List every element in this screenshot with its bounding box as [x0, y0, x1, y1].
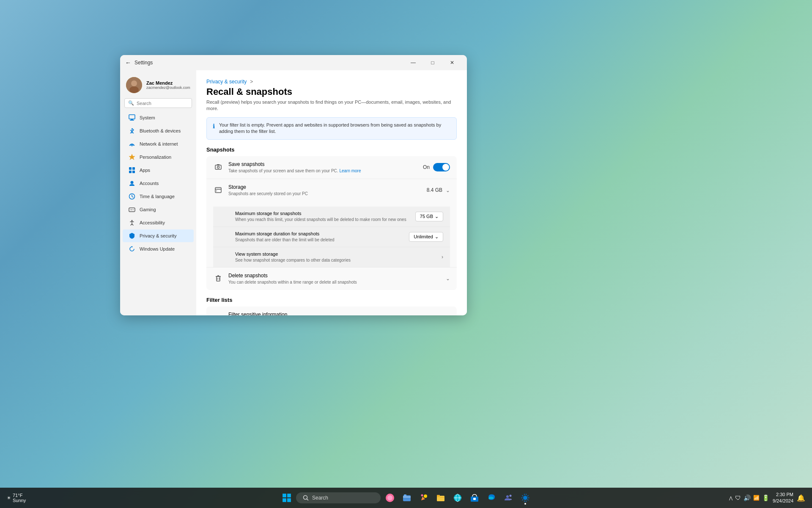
notification-icon[interactable]: 🔔: [797, 494, 805, 502]
update-icon: [129, 246, 135, 252]
weather-widget[interactable]: ☀ 71°F Sunny: [7, 493, 26, 503]
save-snapshots-toggle[interactable]: [433, 163, 450, 171]
svg-rect-52: [473, 498, 476, 500]
storage-value: 8.4 GB: [427, 187, 442, 193]
save-snapshots-content: Save snapshots Take snapshots of your sc…: [228, 161, 418, 174]
max-storage-dropdown[interactable]: 75 GB ⌄: [415, 212, 443, 221]
page-description: Recall (preview) helps you search your s…: [206, 99, 457, 112]
svg-point-54: [510, 495, 512, 497]
storage-content: Storage Snapshots are securely stored on…: [228, 184, 422, 196]
delete-snapshots-title: Delete snapshots: [228, 273, 441, 279]
max-duration-title: Maximum storage duration for snapshots: [235, 231, 335, 236]
start-button[interactable]: [279, 490, 294, 505]
delete-snapshots-controls[interactable]: ⌄: [446, 276, 450, 282]
nav-item-bluetooth[interactable]: Bluetooth & devices: [123, 124, 194, 137]
taskbar-search[interactable]: Search: [296, 492, 381, 503]
svg-rect-10: [132, 171, 135, 173]
vpn-icon[interactable]: 🛡: [735, 494, 741, 501]
svg-rect-20: [217, 164, 219, 165]
delete-snapshots-chevron[interactable]: ⌄: [446, 276, 450, 282]
svg-rect-35: [283, 498, 286, 502]
taskbar-explorer[interactable]: [433, 490, 448, 505]
storage-chevron[interactable]: ⌃: [446, 187, 450, 193]
battery-icon[interactable]: 🔋: [762, 494, 769, 501]
bluetooth-icon: [129, 127, 135, 134]
nav-item-system[interactable]: System: [123, 111, 194, 124]
svg-rect-3: [129, 115, 135, 119]
taskbar-file-manager[interactable]: [399, 490, 414, 505]
nav-item-accessibility[interactable]: Accessibility: [123, 216, 194, 229]
taskbar-teams[interactable]: [501, 490, 516, 505]
avatar[interactable]: [126, 77, 142, 93]
gaming-icon: [129, 206, 135, 213]
view-storage-row[interactable]: View system storage See how snapshot sto…: [213, 247, 450, 267]
taskbar-browser[interactable]: [450, 490, 465, 505]
svg-point-40: [387, 495, 392, 500]
title-bar-left: ← Settings: [125, 59, 153, 66]
nav-label-time: Time & language: [140, 194, 175, 199]
volume-icon[interactable]: 🔊: [743, 494, 751, 501]
nav-item-personalization[interactable]: Personalization: [123, 151, 194, 163]
delete-snapshots-row: Delete snapshots You can delete snapshot…: [206, 268, 457, 290]
storage-desc: Snapshots are securely stored on your PC: [228, 191, 422, 196]
nav-label-bluetooth: Bluetooth & devices: [140, 128, 181, 133]
breadcrumb-parent[interactable]: Privacy & security: [206, 79, 247, 85]
storage-controls[interactable]: 8.4 GB ⌃: [427, 187, 450, 193]
taskbar-left: ☀ 71°F Sunny: [7, 493, 29, 503]
main-panel: Privacy & security > Recall & snapshots …: [196, 70, 467, 315]
view-storage-arrow: ›: [442, 254, 443, 260]
svg-rect-24: [217, 276, 220, 281]
tray-arrow[interactable]: ⋀: [729, 496, 732, 500]
taskbar-paint[interactable]: [416, 490, 431, 505]
nav-label-network: Network & internet: [140, 141, 178, 146]
nav-item-privacy[interactable]: Privacy & security: [123, 229, 194, 242]
max-storage-desc: When you reach this limit, your oldest s…: [235, 217, 406, 222]
network-icon: [129, 141, 135, 147]
nav-item-update[interactable]: Windows Update: [123, 243, 194, 255]
filter-sensitive-title: Filter sensitive information: [228, 312, 418, 315]
taskbar-clock[interactable]: 2:30 PM 9/24/2024: [773, 491, 793, 505]
filter-group: Filter sensitive information Snapshots w…: [206, 306, 457, 315]
max-duration-dropdown[interactable]: Unlimited ⌄: [409, 232, 443, 242]
nav-item-gaming[interactable]: Gaming: [123, 203, 194, 216]
svg-rect-41: [403, 495, 411, 501]
max-duration-inner: Maximum storage duration for snapshots S…: [235, 231, 443, 243]
search-box[interactable]: 🔍: [124, 98, 192, 108]
nav-item-accounts[interactable]: Accounts: [123, 177, 194, 190]
taskbar-edge[interactable]: [484, 490, 499, 505]
snapshots-group: Save snapshots Take snapshots of your sc…: [206, 156, 457, 290]
svg-rect-9: [129, 171, 132, 173]
svg-point-44: [421, 494, 423, 497]
storage-row: Storage Snapshots are securely stored on…: [206, 179, 457, 268]
info-icon: ℹ: [213, 122, 215, 131]
page-title: Recall & snapshots: [206, 86, 457, 97]
taskbar-wallpaper[interactable]: [382, 490, 398, 505]
nav-label-personalization: Personalization: [140, 155, 171, 160]
svg-rect-36: [287, 498, 291, 502]
weather-icon: ☀: [7, 495, 11, 501]
nav-item-apps[interactable]: Apps: [123, 164, 194, 177]
learn-more-link[interactable]: Learn more: [339, 168, 361, 173]
taskbar-settings[interactable]: [518, 490, 533, 505]
close-button[interactable]: ✕: [442, 57, 462, 69]
back-button[interactable]: ←: [125, 59, 131, 66]
nav-item-time[interactable]: Time & language: [123, 190, 194, 203]
svg-point-11: [131, 181, 134, 184]
window-controls: — □ ✕: [403, 57, 462, 69]
settings-window: ← Settings — □ ✕ Zac Mendez: [120, 55, 467, 315]
search-input[interactable]: [137, 101, 188, 106]
nav-item-network[interactable]: Network & internet: [123, 138, 194, 150]
minimize-button[interactable]: —: [403, 57, 423, 69]
weather-info: 71°F Sunny: [13, 493, 26, 503]
svg-point-2: [129, 86, 139, 93]
taskbar-center: Search: [279, 490, 533, 505]
taskbar-store[interactable]: [467, 490, 482, 505]
network-tray-icon[interactable]: 📶: [753, 495, 760, 501]
snapshots-section-title: Snapshots: [206, 146, 457, 153]
storage-title: Storage: [228, 184, 422, 190]
maximize-button[interactable]: □: [423, 57, 442, 69]
svg-rect-8: [132, 167, 135, 170]
max-duration-content: Maximum storage duration for snapshots S…: [235, 231, 335, 243]
settings-active-indicator: [524, 503, 526, 505]
filter-section-title: Filter lists: [206, 297, 457, 303]
